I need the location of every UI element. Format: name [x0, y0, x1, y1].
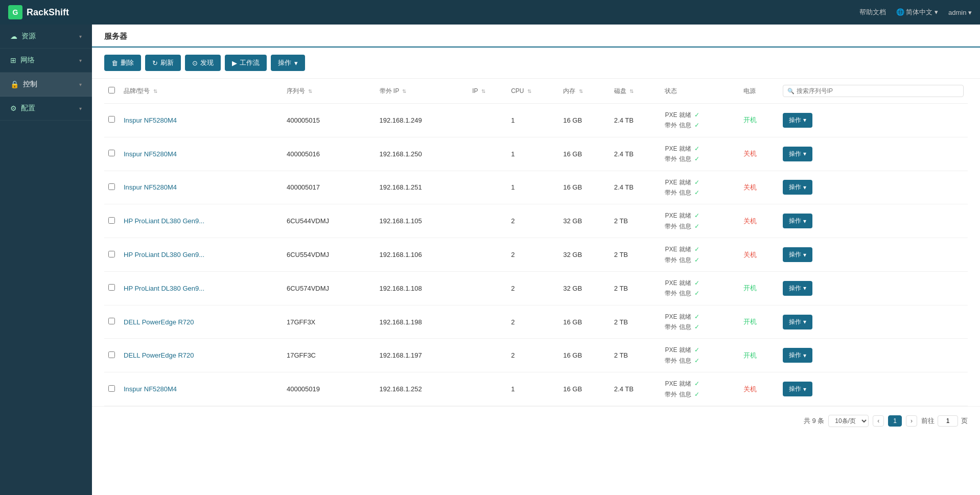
row-checkbox-5[interactable]: [108, 284, 115, 291]
page-size-select[interactable]: 10条/页 20条/页 50条/页: [828, 415, 869, 427]
cell-disk-5: 2 TB: [610, 271, 661, 305]
cell-brand-5: HP ProLiant DL380 Gen9...: [120, 271, 283, 305]
cell-ip-7: [468, 339, 507, 372]
sidebar-item-control[interactable]: 🔒 控制 ▾: [0, 73, 92, 97]
action-button-1[interactable]: 操作 ▾: [783, 147, 812, 161]
server-name-link-0[interactable]: Inspur NF5280M4: [124, 116, 177, 124]
row-checkbox-6[interactable]: [108, 318, 115, 324]
sort-memory-icon[interactable]: ⇅: [579, 88, 583, 94]
row-checkbox-3[interactable]: [108, 217, 115, 224]
sort-oobip-icon[interactable]: ⇅: [402, 88, 406, 94]
gear-icon: ⚙: [10, 104, 17, 112]
status-check-1-6: ✓: [694, 313, 699, 320]
status-check-2-0: ✓: [694, 122, 699, 129]
cell-memory-5: 32 GB: [559, 271, 610, 305]
goto-page-input[interactable]: [938, 415, 958, 427]
actions-button[interactable]: 操作 ▾: [271, 55, 305, 71]
logo: G RackShift: [8, 5, 69, 19]
action-button-4[interactable]: 操作 ▾: [783, 247, 812, 262]
server-name-link-7[interactable]: DELL PowerEdge R720: [124, 351, 194, 359]
action-button-7[interactable]: 操作 ▾: [783, 348, 812, 363]
cell-disk-8: 2.4 TB: [610, 372, 661, 406]
select-all-checkbox[interactable]: [108, 87, 115, 93]
page-unit: 页: [961, 416, 968, 426]
server-name-link-1[interactable]: Inspur NF5280M4: [124, 150, 177, 158]
next-page-button[interactable]: ›: [906, 415, 917, 427]
status-check-1-8: ✓: [694, 380, 699, 387]
status-check-2-3: ✓: [694, 223, 699, 230]
cell-ip-4: [468, 238, 507, 272]
sort-serial-icon[interactable]: ⇅: [308, 88, 312, 94]
search-input[interactable]: [797, 87, 959, 95]
sidebar-item-config[interactable]: ⚙ 配置 ▾: [0, 97, 92, 121]
row-checkbox-cell[interactable]: [104, 171, 120, 204]
cell-brand-6: DELL PowerEdge R720: [120, 305, 283, 339]
row-checkbox-cell[interactable]: [104, 238, 120, 272]
server-name-link-3[interactable]: HP ProLiant DL380 Gen9...: [124, 217, 204, 225]
cell-status-4: PXE 就绪 ✓ 带外 信息 ✓: [661, 238, 739, 272]
cell-status-8: PXE 就绪 ✓ 带外 信息 ✓: [661, 372, 739, 406]
row-checkbox-7[interactable]: [108, 351, 115, 358]
total-count: 共 9 条: [804, 416, 824, 426]
server-name-link-2[interactable]: Inspur NF5280M4: [124, 183, 177, 191]
delete-button[interactable]: 🗑 删除: [104, 55, 141, 71]
sidebar-item-resources[interactable]: ☁ 资源 ▾: [0, 25, 92, 49]
row-checkbox-cell[interactable]: [104, 305, 120, 339]
row-checkbox-cell[interactable]: [104, 104, 120, 137]
language-selector[interactable]: 🌐 简体中文 ▾: [896, 8, 938, 17]
status-check-2-1: ✓: [694, 155, 699, 162]
th-cpu: CPU ⇅: [507, 79, 559, 104]
action-button-2[interactable]: 操作 ▾: [783, 180, 812, 195]
cell-cpu-0: 1: [507, 104, 559, 137]
cell-oobip-3: 192.168.1.105: [376, 204, 469, 238]
workflow-button[interactable]: ▶ 工作流: [225, 55, 267, 71]
server-name-link-5[interactable]: HP ProLiant DL380 Gen9...: [124, 285, 204, 292]
action-button-8[interactable]: 操作 ▾: [783, 382, 812, 396]
refresh-button[interactable]: ↻ 刷新: [145, 55, 181, 71]
lock-icon: 🔒: [10, 80, 19, 88]
server-name-link-6[interactable]: DELL PowerEdge R720: [124, 318, 194, 326]
sort-ip-icon[interactable]: ⇅: [481, 88, 485, 94]
user-menu[interactable]: admin ▾: [948, 9, 972, 16]
server-name-link-8[interactable]: Inspur NF5280M4: [124, 385, 177, 393]
prev-page-button[interactable]: ‹: [873, 415, 884, 427]
workflow-icon: ▶: [232, 59, 237, 67]
action-button-3[interactable]: 操作 ▾: [783, 214, 812, 228]
row-checkbox-1[interactable]: [108, 150, 115, 156]
server-table: 品牌/型号 ⇅ 序列号 ⇅ 带外 IP ⇅ IP ⇅ CPU ⇅ 内存 ⇅ 磁盘…: [104, 79, 968, 406]
discover-button[interactable]: ⊙ 发现: [185, 55, 221, 71]
sort-brand-icon[interactable]: ⇅: [153, 88, 157, 94]
power-status-7: 开机: [743, 351, 757, 359]
row-checkbox-cell[interactable]: [104, 204, 120, 238]
sort-disk-icon[interactable]: ⇅: [629, 88, 634, 94]
cell-power-2: 关机: [739, 171, 779, 204]
sidebar-item-network[interactable]: ⊞ 网络 ▾: [0, 49, 92, 73]
action-button-6[interactable]: 操作 ▾: [783, 315, 812, 329]
row-checkbox-2[interactable]: [108, 183, 115, 190]
header-right: 帮助文档 🌐 简体中文 ▾ admin ▾: [859, 8, 972, 17]
layout: ☁ 资源 ▾ ⊞ 网络 ▾ 🔒 控制 ▾ ⚙ 配置 ▾: [0, 25, 980, 495]
help-doc-link[interactable]: 帮助文档: [859, 8, 886, 17]
sidebar-label-network: 网络: [20, 56, 35, 65]
sidebar-label-control: 控制: [23, 80, 37, 89]
server-name-link-4[interactable]: HP ProLiant DL380 Gen9...: [124, 251, 204, 258]
row-checkbox-8[interactable]: [108, 385, 115, 392]
th-serial: 序列号 ⇅: [283, 79, 376, 104]
row-checkbox-cell[interactable]: [104, 372, 120, 406]
action-button-0[interactable]: 操作 ▾: [783, 113, 812, 128]
power-status-1: 关机: [743, 150, 757, 157]
row-checkbox-cell[interactable]: [104, 137, 120, 171]
action-button-5[interactable]: 操作 ▾: [783, 281, 812, 296]
cell-cpu-6: 2: [507, 305, 559, 339]
cell-cpu-7: 2: [507, 339, 559, 372]
row-checkbox-0[interactable]: [108, 116, 115, 123]
table-row: Inspur NF5280M4 400005016 192.168.1.250 …: [104, 137, 968, 171]
th-select-all[interactable]: [104, 79, 120, 104]
chevron-action-icon-7: ▾: [803, 352, 806, 359]
row-checkbox-cell[interactable]: [104, 339, 120, 372]
sort-cpu-icon[interactable]: ⇅: [527, 88, 531, 94]
row-checkbox-4[interactable]: [108, 251, 115, 257]
row-checkbox-cell[interactable]: [104, 271, 120, 305]
power-status-8: 关机: [743, 385, 757, 393]
status-check-2-5: ✓: [694, 290, 699, 297]
